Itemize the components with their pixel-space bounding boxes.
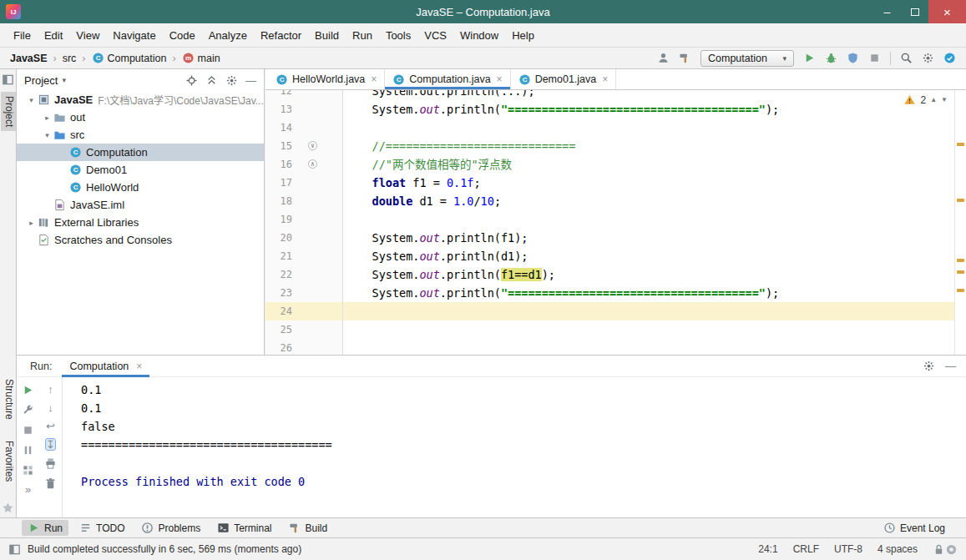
run-config-selector[interactable]: Computation▾ [700, 50, 794, 67]
user-icon[interactable] [657, 52, 670, 64]
editor-tab-helloworld-java[interactable]: CHelloWorld.java× [268, 69, 385, 89]
menu-view[interactable]: View [69, 26, 106, 45]
hammer-icon[interactable] [679, 52, 691, 64]
tree-item-javase-iml[interactable]: JavaSE.iml [17, 196, 264, 214]
menu-window[interactable]: Window [453, 26, 505, 45]
encoding[interactable]: UTF-8 [834, 543, 862, 555]
editor-tab-computation-java[interactable]: CComputation.java× [385, 69, 510, 89]
chevron-right-icon[interactable]: ▸ [25, 219, 38, 227]
code-line-22[interactable]: 22 System.out.println(f1==d1); [266, 265, 954, 284]
code-line-14[interactable]: 14 [266, 119, 954, 137]
chevron-up-icon[interactable]: ▲ [930, 96, 937, 103]
menu-help[interactable]: Help [505, 26, 541, 45]
stop-icon[interactable] [22, 424, 34, 436]
gutter-cell[interactable]: 25 [266, 320, 343, 339]
gutter-cell[interactable]: 18 [266, 192, 343, 210]
code-line-26[interactable]: 26 [266, 339, 954, 355]
tree-item-helloworld[interactable]: CHelloWorld [17, 179, 264, 196]
console-output[interactable]: 0.10.1false=============================… [63, 377, 966, 517]
error-stripe[interactable] [954, 90, 966, 355]
code-editor[interactable]: 12 System.out.println(...);13 System.out… [266, 90, 954, 355]
gear-icon[interactable] [922, 52, 934, 64]
toolwindow-button-problems[interactable]: Problems [135, 520, 206, 536]
collapse-all-icon[interactable] [205, 74, 218, 87]
locate-icon[interactable] [185, 74, 198, 87]
tree-item-external-libraries[interactable]: ▸External Libraries [17, 214, 264, 231]
wrench-icon[interactable] [22, 404, 34, 416]
menu-vcs[interactable]: VCS [417, 26, 453, 45]
gutter-cell[interactable]: 23 [266, 284, 343, 302]
breadcrumb-item-computation[interactable]: CComputation [92, 52, 167, 64]
code-line-20[interactable]: 20 System.out.println(f1); [266, 229, 954, 247]
stop-icon[interactable] [868, 52, 881, 64]
gutter-cell[interactable]: 26 [266, 339, 343, 355]
gutter-cell[interactable]: 12 [266, 90, 343, 100]
code-line-25[interactable]: 25 [266, 320, 954, 339]
code-line-15[interactable]: 15∨ //============================ [266, 137, 954, 155]
hide-icon[interactable]: — [245, 75, 256, 86]
gutter-cell[interactable]: 16∧ [266, 155, 343, 174]
error-stripe-mark[interactable] [957, 270, 964, 274]
menu-run[interactable]: Run [346, 26, 379, 45]
breadcrumb-item-main[interactable]: mmain [182, 52, 220, 64]
menu-tools[interactable]: Tools [379, 26, 417, 45]
chevron-right-icon[interactable]: ▸ [41, 114, 53, 122]
chevron-down-icon[interactable]: ▾ [25, 96, 38, 104]
coverage-icon[interactable] [847, 52, 859, 64]
hide-icon[interactable]: — [945, 361, 956, 371]
line-ending[interactable]: CRLF [793, 543, 819, 555]
gutter-cell[interactable]: 22 [266, 265, 343, 284]
toolwindow-button-build[interactable]: Build [283, 520, 334, 536]
editor-tab-demo01-java[interactable]: CDemo01.java× [511, 69, 617, 89]
tree-item-computation[interactable]: CComputation [17, 144, 264, 161]
close-icon[interactable]: × [371, 73, 377, 85]
close-button[interactable]: × [928, 0, 966, 23]
pause-icon[interactable] [22, 444, 34, 457]
project-panel-title[interactable]: Project [24, 74, 58, 87]
error-stripe-mark[interactable] [957, 143, 964, 146]
fold-up-icon[interactable]: ∧ [308, 159, 317, 169]
fold-down-icon[interactable]: ∨ [308, 141, 317, 150]
code-line-12[interactable]: 12 System.out.println(...); [266, 90, 954, 100]
trash-icon[interactable] [44, 477, 57, 490]
chevron-down-icon[interactable]: ▼ [941, 96, 948, 103]
menu-edit[interactable]: Edit [38, 26, 69, 45]
error-stripe-mark[interactable] [957, 199, 964, 202]
code-line-17[interactable]: 17 float f1 = 0.1f; [266, 174, 954, 192]
gutter-cell[interactable]: 14 [266, 119, 343, 137]
more-icon[interactable]: » [25, 484, 31, 495]
gutter-cell[interactable]: 13 [266, 100, 343, 119]
tree-item-javase[interactable]: ▾JavaSEF:\文档\Java学习\Code\JavaSE\Jav... [17, 91, 264, 108]
lock-icon[interactable] [933, 543, 945, 556]
close-icon[interactable]: × [136, 361, 142, 372]
close-icon[interactable]: × [602, 73, 608, 85]
gutter-cell[interactable]: 21 [266, 247, 343, 265]
toolwindow-button-terminal[interactable]: Terminal [211, 520, 277, 536]
gutter-cell[interactable]: 17 [266, 174, 343, 192]
printer-icon[interactable] [44, 457, 57, 470]
inspection-widget[interactable]: 2▲▼ [903, 93, 948, 106]
code-line-16[interactable]: 16∧ //"两个数值相等的"浮点数 [266, 155, 954, 174]
tree-item-demo01[interactable]: CDemo01 [17, 161, 264, 179]
breadcrumb-item-javase[interactable]: JavaSE [10, 53, 47, 64]
chevron-down-icon[interactable]: ▾ [41, 131, 53, 139]
error-stripe-mark[interactable] [957, 259, 964, 262]
caret-position[interactable]: 24:1 [758, 543, 777, 555]
gutter-cell[interactable]: 20 [266, 229, 343, 247]
code-line-18[interactable]: 18 double d1 = 1.0/10; [266, 192, 954, 210]
gutter-cell[interactable]: 15∨ [266, 137, 343, 155]
indent-config[interactable]: 4 spaces [877, 543, 918, 555]
gear-icon[interactable] [225, 74, 238, 87]
tool-window-icon[interactable] [2, 73, 14, 86]
breadcrumb-item-src[interactable]: src [63, 53, 77, 64]
menu-build[interactable]: Build [308, 26, 346, 45]
favorites-star-icon[interactable] [2, 502, 14, 514]
minimize-button[interactable]: – [873, 0, 901, 23]
stripe-tab-project[interactable]: Project [1, 92, 16, 131]
code-line-21[interactable]: 21 System.out.println(d1); [266, 247, 954, 265]
debug-icon[interactable] [825, 52, 837, 64]
toolwindow-button-todo[interactable]: TODO [73, 520, 130, 536]
soft-wrap-icon[interactable]: ↩ [46, 421, 55, 431]
search-icon[interactable] [900, 52, 913, 64]
scroll-end-icon[interactable]: ↧ [46, 439, 55, 450]
